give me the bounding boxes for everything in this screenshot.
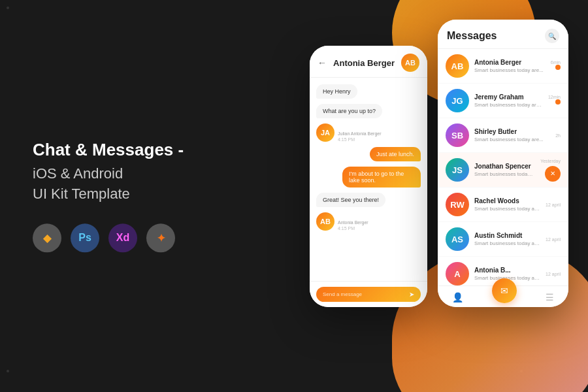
left-section: Chat & Messages - iOS & Android UI Kit T… xyxy=(33,139,216,252)
message-sender: Antonia Berger xyxy=(338,220,368,225)
message-time: 4:15 PM xyxy=(338,137,382,142)
message-avatar: AB xyxy=(316,212,335,231)
avatar: AB xyxy=(446,54,469,78)
contact-name: Rachel Woods xyxy=(474,197,540,204)
chat-message-with-avatar: AB Antonia Berger 4:15 PM xyxy=(316,212,421,231)
chat-header: ← Antonia Berger AB xyxy=(310,46,427,78)
search-button[interactable]: 🔍 xyxy=(545,29,559,43)
avatar: AS xyxy=(446,227,469,251)
message-time: 12min xyxy=(548,95,561,99)
contacts-nav-icon[interactable]: 👤 xyxy=(452,292,463,302)
sub-title: iOS & Android UI Kit Template xyxy=(33,164,216,204)
message-preview: Smart businesses today are... xyxy=(474,137,550,142)
chat-message-outgoing: I'm about to go to the lake soon. xyxy=(342,167,421,188)
unread-indicator xyxy=(555,65,561,70)
list-item[interactable]: JG Jeremy Graham Smart businesses today … xyxy=(438,84,568,118)
message-preview: Smart businesses today are... xyxy=(474,102,543,108)
messages-phone: Messages 🔍 AB Antonia Berger Smart busin… xyxy=(438,20,568,307)
message-time: Yesterday xyxy=(540,159,561,163)
dots-top-left: for(let i=0;i<48;i++) document.currentSc… xyxy=(7,7,55,9)
chat-contact-name: Antonia Berger xyxy=(327,58,401,68)
contact-name: Jonathan Spencer xyxy=(474,163,535,170)
message-time: 12 april xyxy=(546,272,561,276)
message-info: Shirley Butler Smart businesses today ar… xyxy=(474,128,550,142)
avatar: A xyxy=(446,262,469,286)
chat-message-with-avatar: JA Julian Antonia Berger 4:15 PM xyxy=(316,123,421,142)
delete-button[interactable]: ✕ xyxy=(545,166,561,182)
message-info: Jeremy Graham Smart businesses today are… xyxy=(474,93,543,108)
message-time: 6min xyxy=(551,60,561,65)
contact-name: Shirley Butler xyxy=(474,128,550,135)
message-avatar: JA xyxy=(316,123,335,142)
message-input[interactable]: Send a message ➤ xyxy=(316,287,421,302)
avatar: RW xyxy=(446,193,469,216)
back-arrow-icon[interactable]: ← xyxy=(318,57,327,68)
phones-container: ← Antonia Berger AB Hey Henry What are y… xyxy=(310,20,568,307)
message-preview: Smart businesses today are... xyxy=(474,67,546,73)
photoshop-icon: Ps xyxy=(71,224,99,253)
message-sender: Julian Antonia Berger xyxy=(338,131,382,136)
chat-body: Hey Henry What are you up to? JA Julian … xyxy=(310,78,427,281)
message-preview: Smart businesses today are... xyxy=(474,171,535,177)
message-preview: Smart businesses today are... xyxy=(474,240,540,246)
message-info: Rachel Woods Smart businesses today are.… xyxy=(474,197,540,212)
chat-avatar: AB xyxy=(401,54,419,72)
bottom-navigation: 👤 ✉ ☰ xyxy=(438,286,568,307)
message-preview: Smart businesses today are... xyxy=(474,206,540,212)
chat-message: What are you up to? xyxy=(316,104,382,118)
unread-indicator xyxy=(555,99,561,105)
message-time: 2h xyxy=(555,133,561,138)
figma-icon: ✦ xyxy=(146,224,175,253)
list-item[interactable]: AS Austin Schmidt Smart businesses today… xyxy=(438,222,568,257)
contact-name: Jeremy Graham xyxy=(474,93,543,101)
contact-name: Austin Schmidt xyxy=(474,232,540,239)
list-item[interactable]: SB Shirley Butler Smart businesses today… xyxy=(438,118,568,153)
message-time: 12 april xyxy=(546,203,561,207)
chat-message: Hey Henry xyxy=(316,84,357,99)
main-title: Chat & Messages - xyxy=(33,139,216,161)
message-info: Austin Schmidt Smart businesses today ar… xyxy=(474,232,540,246)
sketch-icon: ◆ xyxy=(33,224,61,253)
menu-nav-icon[interactable]: ☰ xyxy=(546,292,554,302)
chat-message: Great! See you there! xyxy=(316,193,385,207)
contact-name: Antonia Berger xyxy=(474,59,546,66)
chat-footer: Send a message ➤ xyxy=(310,281,427,307)
list-item[interactable]: RW Rachel Woods Smart businesses today a… xyxy=(438,188,568,222)
messages-header: Messages 🔍 xyxy=(438,20,568,49)
message-info: Antonia Berger Smart businesses today ar… xyxy=(474,59,546,73)
tool-icons-row: ◆ Ps Xd ✦ xyxy=(33,224,216,253)
message-time: 12 april xyxy=(546,237,561,242)
chat-message-outgoing: Just ate lunch. xyxy=(370,147,421,161)
send-icon[interactable]: ➤ xyxy=(409,291,414,298)
dots-bottom-left: for(let i=0;i<48;i++) document.currentSc… xyxy=(7,370,55,372)
messages-title: Messages xyxy=(447,30,497,42)
messages-list: AB Antonia Berger Smart businesses today… xyxy=(438,49,568,286)
compose-fab[interactable]: ✉ xyxy=(492,278,517,303)
xd-icon: Xd xyxy=(108,224,137,253)
list-item[interactable]: JS Jonathan Spencer Smart businesses tod… xyxy=(438,153,568,188)
message-time: 4:15 PM xyxy=(338,226,368,231)
message-info: Jonathan Spencer Smart businesses today … xyxy=(474,163,535,177)
contact-name: Antonia B... xyxy=(474,267,540,274)
list-item[interactable]: AB Antonia Berger Smart businesses today… xyxy=(438,49,568,84)
avatar: JG xyxy=(446,89,469,112)
avatar: JS xyxy=(446,158,469,182)
chat-phone: ← Antonia Berger AB Hey Henry What are y… xyxy=(310,46,427,307)
avatar: SB xyxy=(446,123,469,147)
input-placeholder: Send a message xyxy=(323,291,362,297)
